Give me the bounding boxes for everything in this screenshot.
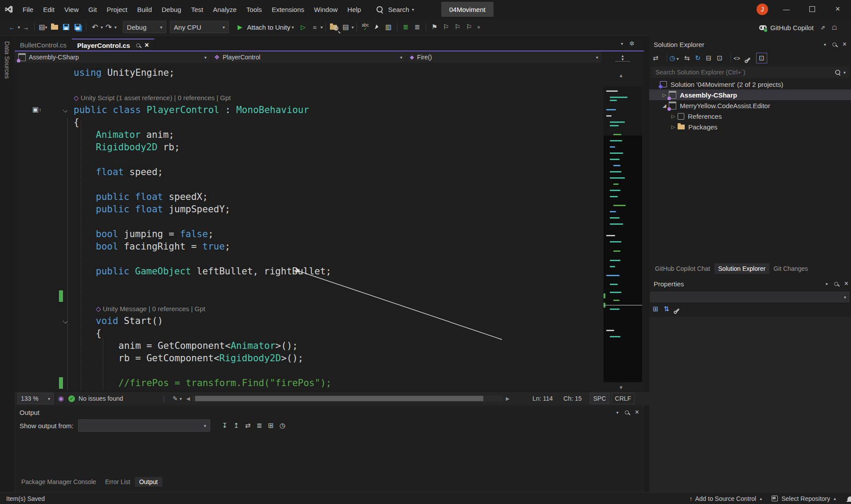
view-code-icon[interactable]: <> — [733, 55, 740, 62]
properties-wrench-icon[interactable] — [745, 55, 751, 62]
menu-extensions[interactable]: Extensions — [267, 0, 309, 19]
line-ending-indicator[interactable]: CRLF — [612, 393, 635, 404]
code-cleanup-icon[interactable]: ✎ — [173, 395, 178, 402]
pin-icon[interactable] — [832, 43, 836, 47]
close-icon[interactable]: × — [635, 408, 639, 416]
window-layout-chevron[interactable]: ▾ — [352, 25, 354, 30]
minimap-viewport[interactable] — [604, 87, 642, 136]
hot-reload-button[interactable]: ≈ — [309, 21, 321, 33]
output-source-select[interactable]: ▾ — [78, 419, 210, 432]
menu-help[interactable]: Help — [342, 0, 366, 19]
tree-chevron-icon[interactable]: ▷ — [671, 113, 678, 119]
selection-cursor-button[interactable] — [371, 21, 383, 33]
navigate-back-button[interactable]: ← — [6, 21, 18, 33]
search-input[interactable] — [655, 68, 825, 76]
save-all-button[interactable] — [72, 21, 83, 33]
scrollbar-thumb[interactable] — [195, 396, 483, 401]
categorized-view-icon[interactable]: ⊞ — [653, 305, 659, 313]
undo-button[interactable]: ↶ — [89, 21, 101, 33]
hot-reload-chevron[interactable]: ▾ — [321, 25, 323, 30]
indent-block-button[interactable]: ▥ — [383, 21, 394, 33]
toggle-autoscroll-icon[interactable]: ⊞ — [265, 419, 277, 432]
code-line[interactable]: rb = GetComponent<Rigidbody2D>(); — [118, 352, 303, 364]
code-line[interactable]: void Start() — [96, 315, 163, 327]
sync-with-active-document-icon[interactable]: ⇄ — [653, 54, 659, 62]
output-menu-chevron[interactable]: ▾ — [616, 410, 619, 415]
close-icon[interactable]: × — [844, 280, 848, 288]
menu-file[interactable]: File — [18, 0, 38, 19]
code-line[interactable]: public class PlayerControl : MonoBehavio… — [74, 104, 309, 116]
title-search[interactable]: Search ▾ — [376, 6, 414, 13]
save-button[interactable] — [60, 21, 72, 33]
pin-icon[interactable] — [136, 43, 140, 47]
minimize-button[interactable]: — — [776, 0, 796, 18]
attach-target-chevron[interactable]: ▾ — [292, 25, 294, 30]
code-line[interactable]: float speed; — [96, 166, 163, 178]
hscroll-right-arrow[interactable]: ▶ — [506, 396, 509, 402]
line-indicator[interactable]: Ln: 114 — [533, 395, 553, 402]
menu-analyze[interactable]: Analyze — [208, 0, 241, 19]
add-to-source-control-button[interactable]: Add to Source Control — [695, 495, 756, 502]
property-pages-wrench-icon[interactable] — [675, 305, 680, 313]
window-layout-button[interactable]: ▤ — [340, 21, 352, 33]
tree-item-merryyellow-codeassist-editor[interactable]: ◢MerryYellow.CodeAssist.Editor — [649, 100, 851, 111]
source-control-chevron[interactable]: ▴ — [760, 496, 762, 501]
solution-configuration-select[interactable]: Debug▾ — [123, 21, 166, 33]
format-document-button[interactable]: ≣ — [412, 21, 423, 33]
code-line[interactable]: { — [96, 327, 102, 340]
close-icon[interactable]: × — [145, 41, 149, 49]
code-line[interactable]: public float speedX; — [96, 191, 208, 203]
codelens-indicator[interactable]: ◇ Unity Message | 0 references | Gpt — [96, 302, 205, 315]
track-active-item-toggle[interactable]: ⊡ — [756, 53, 767, 63]
intellicode-icon[interactable]: ◉ — [58, 395, 64, 402]
navbar-type-dropdown[interactable]: ❖PlayerControl ▾ — [211, 51, 407, 63]
tree-item-packages[interactable]: ▷Packages — [649, 121, 851, 132]
minimap[interactable] — [604, 87, 642, 382]
tree-item-references[interactable]: ▷References — [649, 111, 851, 121]
find-in-files-button[interactable] — [329, 21, 340, 33]
spell-check-button[interactable]: abc✓ — [360, 21, 371, 33]
menu-view[interactable]: View — [59, 0, 83, 19]
code-line[interactable]: public float jumpSpeedY; — [96, 203, 230, 215]
refresh-icon[interactable]: ↻ — [695, 54, 701, 62]
zoom-select[interactable]: 133 %▾ — [17, 393, 54, 404]
code-line[interactable]: bool jumping = false; — [96, 228, 214, 240]
code-assist-margin-icon[interactable]: ▣↑ — [32, 105, 42, 113]
menu-test[interactable]: Test — [186, 0, 208, 19]
panel-tab-output[interactable]: Output — [135, 477, 162, 487]
navbar-project-dropdown[interactable]: Assembly-CSharp ▾ — [15, 51, 211, 63]
fold-chevron-icon[interactable] — [62, 318, 68, 324]
pin-icon[interactable] — [625, 410, 629, 414]
pin-icon[interactable] — [834, 282, 838, 286]
menu-build[interactable]: Build — [132, 0, 157, 19]
codelens-indicator[interactable]: ◇ Unity Script (1 asset reference) | 0 r… — [74, 91, 231, 104]
switch-views-icon[interactable]: ⇆ — [684, 54, 690, 62]
start-without-debugging-button[interactable]: ▷ — [298, 21, 309, 33]
code-line[interactable]: { — [74, 116, 79, 129]
navbar-member-dropdown[interactable]: ◆Fire() ▾ — [406, 51, 602, 63]
pane-menu-chevron[interactable]: ▾ — [826, 281, 828, 286]
horizontal-scrollbar[interactable] — [192, 395, 503, 402]
menu-window[interactable]: Window — [309, 0, 342, 19]
show-all-files-icon[interactable]: ⊡ — [717, 54, 722, 62]
scroll-up-arrow[interactable]: ▲ — [619, 73, 624, 78]
hscroll-left-arrow[interactable]: ◀ — [186, 396, 190, 402]
redo-button[interactable]: ↷ — [103, 21, 114, 33]
editor-tab-bulletcontrol-cs[interactable]: BulletControl.cs — [15, 39, 72, 51]
editor-tab-playercontrol-cs[interactable]: PlayerControl.cs× — [72, 39, 154, 51]
copilot-account-icon[interactable]: ☖ — [829, 21, 840, 34]
close-icon[interactable]: × — [843, 40, 847, 48]
pane-menu-chevron[interactable]: ▾ — [824, 42, 826, 47]
spaces-indicator[interactable]: SPC — [590, 393, 610, 404]
column-indicator[interactable]: Ch: 15 — [564, 395, 582, 402]
next-bookmark-button[interactable]: ⚐ — [452, 21, 463, 33]
avatar[interactable]: J — [757, 4, 768, 15]
toggle-bookmark-button[interactable]: ⚑ — [429, 21, 440, 33]
attach-to-unity-button[interactable]: Attach to Unity — [246, 21, 292, 33]
copilot-status[interactable]: GitHub Copilot ⇗ ☖ — [759, 21, 840, 34]
collapse-all-icon[interactable]: ⊟ — [706, 54, 712, 62]
navigate-forward-button[interactable]: → — [20, 21, 31, 33]
code-line[interactable]: //firePos = transform.Find("firePos"); — [118, 377, 331, 389]
issues-status[interactable]: No issues found — [78, 395, 123, 402]
menu-git[interactable]: Git — [83, 0, 102, 19]
